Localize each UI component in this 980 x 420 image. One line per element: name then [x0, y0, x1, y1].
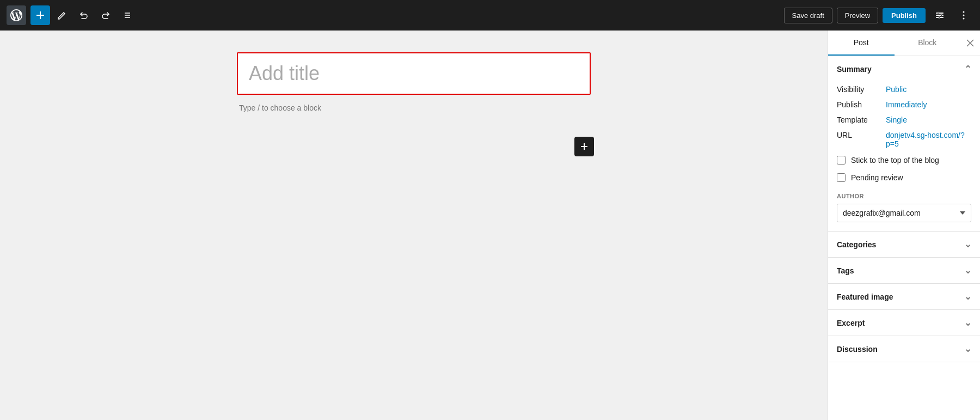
excerpt-section-header[interactable]: Excerpt ⌄	[828, 310, 980, 336]
sidebar: Post Block Summary ⌃ Visibility Public	[828, 31, 980, 420]
featured-image-section-header[interactable]: Featured image ⌄	[828, 284, 980, 309]
section-discussion: Discussion ⌄	[828, 336, 980, 362]
editor-area: Type / to choose a block	[0, 31, 828, 420]
add-block-toolbar-button[interactable]	[30, 5, 50, 25]
url-label: URL	[837, 131, 886, 139]
visibility-label: Visibility	[837, 85, 886, 94]
toolbar: Save draft Preview Publish	[0, 0, 980, 31]
section-excerpt: Excerpt ⌄	[828, 310, 980, 336]
undo-button[interactable]	[74, 5, 94, 25]
svg-point-13	[963, 18, 965, 20]
svg-rect-8	[938, 12, 939, 14]
stick-to-top-row: Stick to the top of the blog	[837, 151, 971, 169]
visibility-value[interactable]: Public	[886, 85, 906, 94]
svg-point-12	[963, 15, 965, 16]
categories-label: Categories	[837, 240, 876, 249]
summary-chevron-up-icon: ⌃	[964, 64, 971, 74]
settings-icon	[935, 10, 945, 20]
tools-button[interactable]	[52, 5, 72, 25]
more-options-button[interactable]	[954, 5, 973, 25]
section-categories: Categories ⌄	[828, 232, 980, 258]
discussion-label: Discussion	[837, 345, 878, 354]
title-block[interactable]	[237, 52, 591, 95]
toolbar-right: Save draft Preview Publish	[784, 5, 973, 25]
add-block-floating-button[interactable]	[574, 137, 594, 156]
featured-image-chevron-icon: ⌄	[964, 291, 971, 302]
publish-value[interactable]: Immediately	[886, 100, 927, 109]
featured-image-label: Featured image	[837, 293, 893, 301]
author-label: AUTHOR	[837, 193, 971, 199]
editor-content: Type / to choose a block	[237, 52, 591, 112]
svg-rect-5	[936, 13, 944, 14]
title-input[interactable]	[249, 62, 579, 85]
section-featured-image: Featured image ⌄	[828, 284, 980, 310]
stick-to-top-label: Stick to the top of the blog	[851, 156, 939, 165]
summary-label: Summary	[837, 65, 872, 74]
more-icon	[959, 10, 969, 20]
publish-row: Publish Immediately	[837, 97, 971, 112]
section-summary: Summary ⌃ Visibility Public Publish Imme…	[828, 56, 980, 232]
publish-button[interactable]: Publish	[883, 8, 926, 23]
excerpt-label: Excerpt	[837, 319, 865, 327]
plus-icon	[35, 10, 45, 20]
pencil-icon	[57, 10, 67, 20]
close-icon	[965, 38, 975, 48]
template-row: Template Single	[837, 112, 971, 127]
tags-label: Tags	[837, 266, 854, 275]
excerpt-chevron-icon: ⌄	[964, 318, 971, 328]
plus-floating-icon	[580, 142, 589, 151]
tags-section-header[interactable]: Tags ⌄	[828, 258, 980, 283]
svg-rect-9	[941, 14, 942, 16]
svg-rect-6	[936, 15, 944, 16]
publish-label: Publish	[837, 100, 886, 109]
main-layout: Type / to choose a block Post Block	[0, 31, 980, 420]
categories-section-header[interactable]: Categories ⌄	[828, 232, 980, 257]
svg-rect-10	[939, 16, 940, 19]
settings-button[interactable]	[930, 5, 950, 25]
close-sidebar-button[interactable]	[960, 31, 980, 56]
template-value[interactable]: Single	[886, 115, 907, 124]
summary-section-body: Visibility Public Publish Immediately Te…	[828, 82, 980, 231]
preview-button[interactable]: Preview	[837, 8, 878, 23]
tags-chevron-icon: ⌄	[964, 265, 971, 276]
sidebar-header: Post Block	[828, 31, 980, 56]
undo-icon	[79, 10, 89, 20]
url-row: URL donjetv4.sg-host.com/?p=5	[837, 127, 971, 151]
redo-button[interactable]	[96, 5, 115, 25]
author-section: AUTHOR deezgrafix@gmail.com	[837, 193, 971, 222]
template-label: Template	[837, 115, 886, 124]
summary-section-header[interactable]: Summary ⌃	[828, 56, 980, 82]
tab-block[interactable]: Block	[895, 31, 961, 56]
section-tags: Tags ⌄	[828, 258, 980, 284]
block-hint: Type / to choose a block	[239, 104, 591, 112]
stick-to-top-checkbox[interactable]	[837, 156, 846, 165]
pending-review-checkbox[interactable]	[837, 173, 846, 182]
save-draft-button[interactable]: Save draft	[784, 8, 832, 23]
redo-icon	[101, 10, 111, 20]
list-view-button[interactable]	[118, 5, 137, 25]
discussion-section-header[interactable]: Discussion ⌄	[828, 336, 980, 362]
url-value[interactable]: donjetv4.sg-host.com/?p=5	[886, 131, 971, 148]
svg-point-11	[963, 11, 965, 13]
categories-chevron-icon: ⌄	[964, 239, 971, 249]
wordpress-icon	[10, 9, 22, 21]
pending-review-label: Pending review	[851, 173, 903, 182]
tab-post[interactable]: Post	[828, 31, 895, 56]
list-view-icon	[122, 10, 132, 20]
visibility-row: Visibility Public	[837, 82, 971, 97]
pending-review-row: Pending review	[837, 169, 971, 186]
wp-logo	[7, 5, 26, 25]
discussion-chevron-icon: ⌄	[964, 344, 971, 354]
author-select[interactable]: deezgrafix@gmail.com	[837, 204, 971, 222]
